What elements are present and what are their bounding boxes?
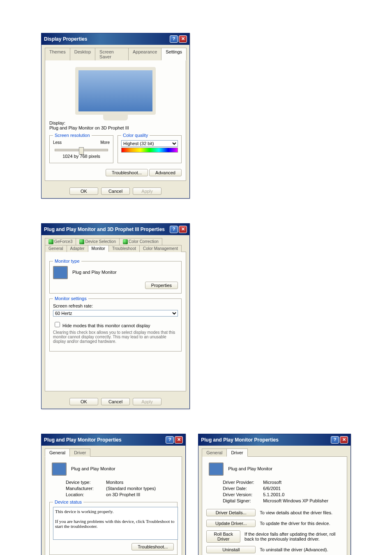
monitor-icon [209,462,224,476]
advanced-button[interactable]: Advanced [149,169,182,176]
tab-troubleshoot[interactable]: Troubleshoot [108,245,140,252]
roll-back-driver-button[interactable]: Roll Back Driver [206,530,240,543]
tab-general[interactable]: General [45,449,70,457]
refresh-rate-label: Screen refresh rate: [53,303,178,308]
tab-adapter[interactable]: Adapter [67,245,88,252]
display-value: Plug and Play Monitor on 3D Prophet III [49,125,182,130]
apply-button: Apply [133,398,161,405]
driver-version-value: 5.1.2001.0 [263,492,284,497]
monitor-settings-legend: Monitor settings [53,296,88,301]
driver-provider-value: Microsoft [263,480,281,485]
uninstall-button[interactable]: Uninstall [206,546,256,553]
screen-resolution-legend: Screen resolution [53,133,92,138]
monitor-type-value: Plug and Play Monitor [72,270,117,275]
tab-body: Plug and Play Monitor Device type: Monit… [45,456,182,555]
color-quality-select[interactable]: Highest (32 bit) [121,140,178,147]
cancel-button[interactable]: Cancel [101,187,130,195]
help-icon[interactable]: ? [166,436,174,444]
window-title: Plug and Play Monitor Properties [44,437,122,443]
tab-body: Plug and Play Monitor Driver Provider: M… [202,456,347,555]
monitor-icon [53,266,68,279]
tab-appearance[interactable]: Appearance [128,48,161,60]
apply-button: Apply [133,187,161,195]
display-properties-window: Display Properties ? ✕ Themes Desktop Sc… [41,33,190,199]
close-icon[interactable]: ✕ [179,35,187,43]
driver-version-label: Driver Version: [223,492,262,497]
tab-body: Display: Plug and Play Monitor on 3D Pro… [45,60,186,181]
color-strip-icon [121,148,178,153]
display-label: Display: [49,120,182,125]
title-bar: Display Properties ? ✕ [42,33,189,45]
resolution-slider[interactable] [55,149,108,151]
driver-details-help: To view details about the driver files. [260,510,332,515]
title-bar: Plug and Play Monitor Properties ? ✕ [198,434,350,446]
ok-button[interactable]: OK [69,187,98,195]
device-name: Plug and Play Monitor [71,466,115,471]
tab-geforce3[interactable]: GeForce3 [45,238,76,245]
device-status-legend: Device status [53,500,83,504]
nvidia-icon [123,239,128,244]
update-driver-button[interactable]: Update Driver... [206,520,256,527]
tab-settings[interactable]: Settings [161,48,187,60]
color-quality-group: Color quality Highest (32 bit) [118,133,182,163]
help-icon[interactable]: ? [170,35,178,43]
hide-modes-checkbox[interactable] [55,322,60,327]
tab-general[interactable]: General [45,245,67,252]
color-quality-legend: Color quality [121,133,150,138]
tab-driver[interactable]: Driver [226,449,247,457]
help-icon[interactable]: ? [331,436,339,444]
tab-monitor[interactable]: Monitor [88,245,109,252]
tab-body: Monitor type Plug and Play Monitor Prope… [45,252,186,391]
tab-screen-saver[interactable]: Screen Saver [95,48,129,60]
tab-color-management[interactable]: Color Management [139,245,182,252]
close-icon[interactable]: ✕ [179,226,187,233]
cancel-button[interactable]: Cancel [101,398,130,405]
hide-modes-row[interactable]: Hide modes that this monitor cannot disp… [53,321,178,328]
troubleshoot-button[interactable]: Troubleshoot... [106,169,148,176]
manufacturer-label: Manufacturer: [66,486,105,491]
monitor-settings-group: Monitor settings Screen refresh rate: 60… [49,296,182,352]
monitor-icon [52,462,67,476]
slider-thumb-icon[interactable] [79,147,84,155]
tab-strip: GeForce3 Device Selection Color Correcti… [42,235,189,252]
uninstall-help: To uninstall the driver (Advanced). [260,547,328,552]
close-icon[interactable]: ✕ [340,436,348,444]
update-driver-help: To update the driver for this device. [260,521,330,526]
driver-details-button[interactable]: Driver Details... [206,509,256,516]
tab-strip: General Driver [42,446,185,456]
hide-modes-label: Hide modes that this monitor cannot disp… [62,323,150,328]
digital-signer-label: Digital Signer: [223,498,262,503]
monitor-type-legend: Monitor type [53,259,81,264]
dialog-buttons: OK Cancel Apply [42,184,189,198]
driver-date-value: 6/6/2001 [263,486,281,491]
roll-back-driver-help: If the device fails after updating the d… [244,532,343,541]
window-title: Plug and Play Monitor Properties [201,437,279,443]
tab-desktop[interactable]: Desktop [70,48,95,60]
troubleshoot-button[interactable]: Troubleshoot... [131,543,174,550]
tab-strip: General Driver [198,446,350,456]
device-status-text [53,507,178,540]
location-value: on 3D Prophet III [106,492,140,497]
dialog-buttons: OK Cancel Apply [42,395,189,409]
tab-device-selection[interactable]: Device Selection [76,238,119,245]
tab-strip: Themes Desktop Screen Saver Appearance S… [42,45,189,60]
refresh-rate-select[interactable]: 60 Hertz [53,310,178,317]
title-bar: Plug and Play Monitor and 3D Prophet III… [42,224,189,235]
help-icon[interactable]: ? [170,226,178,233]
monitor-type-group: Monitor type Plug and Play Monitor Prope… [49,259,182,294]
digital-signer-value: Microsoft Windows XP Publisher [263,498,328,503]
close-icon[interactable]: ✕ [175,436,183,444]
tab-general[interactable]: General [202,449,227,457]
device-type-label: Device type: [66,480,105,485]
screen-resolution-group: Screen resolution Less More 1024 by 768 … [49,133,113,163]
hide-modes-help: Clearing this check box allows you to se… [53,330,178,344]
ok-button[interactable]: OK [69,398,98,405]
tab-color-correction[interactable]: Color Correction [119,238,162,245]
title-bar: Plug and Play Monitor Properties ? ✕ [42,434,185,446]
tab-driver[interactable]: Driver [69,449,90,457]
monitor-properties-general-window: Plug and Play Monitor Properties ? ✕ Gen… [41,434,186,555]
window-title: Display Properties [44,36,87,42]
properties-button[interactable]: Properties [145,282,178,289]
tab-themes[interactable]: Themes [45,48,70,60]
device-name: Plug and Play Monitor [228,466,272,471]
